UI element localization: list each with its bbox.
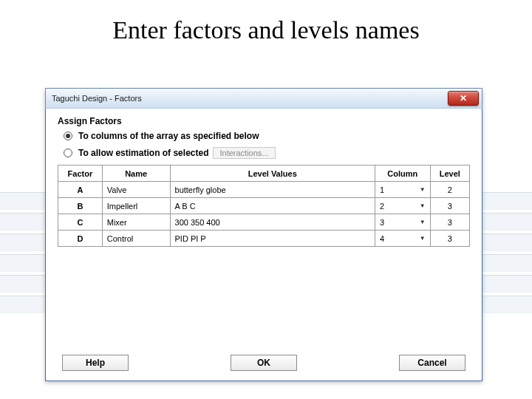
cell-level-values[interactable]: PID PI P bbox=[170, 231, 375, 247]
cell-factor: A bbox=[58, 182, 103, 198]
cell-column-dropdown[interactable]: 4▼ bbox=[375, 231, 430, 247]
cell-level-values[interactable]: A B C bbox=[170, 198, 375, 214]
radio-label: To columns of the array as specified bel… bbox=[78, 131, 259, 141]
cell-level-values[interactable]: 300 350 400 bbox=[170, 214, 375, 231]
header-name: Name bbox=[102, 166, 170, 182]
cell-level: 3 bbox=[430, 214, 469, 231]
assign-factors-label: Assign Factors bbox=[58, 116, 470, 126]
table-row: DControlPID PI P4▼3 bbox=[58, 231, 470, 247]
header-factor: Factor bbox=[58, 166, 103, 182]
dialog-window: Taguchi Design - Factors ✕ Assign Factor… bbox=[45, 89, 482, 381]
radio-icon bbox=[64, 149, 72, 157]
chevron-down-icon: ▼ bbox=[420, 235, 426, 242]
titlebar: Taguchi Design - Factors ✕ bbox=[45, 88, 482, 109]
table-header-row: Factor Name Level Values Column Level bbox=[58, 166, 470, 182]
radio-columns-array[interactable]: To columns of the array as specified bel… bbox=[64, 131, 470, 141]
cell-column-dropdown[interactable]: 2▼ bbox=[375, 198, 430, 214]
header-level: Level bbox=[430, 166, 469, 182]
slide-title: Enter factors and levels names bbox=[0, 0, 532, 44]
radio-label: To allow estimation of selected bbox=[78, 148, 208, 158]
close-button[interactable]: ✕ bbox=[448, 91, 479, 106]
cell-column-dropdown[interactable]: 3▼ bbox=[375, 214, 430, 231]
cell-name[interactable]: Valve bbox=[102, 182, 170, 198]
cancel-button[interactable]: Cancel bbox=[399, 355, 466, 371]
cell-level-values[interactable]: butterfly globe bbox=[170, 182, 375, 198]
chevron-down-icon: ▼ bbox=[420, 219, 426, 225]
table-row: AValvebutterfly globe1▼2 bbox=[58, 182, 470, 198]
cell-name[interactable]: Impellerl bbox=[102, 198, 170, 214]
interactions-button: Interactions... bbox=[213, 147, 275, 159]
help-button[interactable]: Help bbox=[62, 355, 129, 371]
header-column: Column bbox=[375, 166, 430, 182]
window-title: Taguchi Design - Factors bbox=[52, 94, 142, 103]
ok-button[interactable]: OK bbox=[231, 355, 297, 371]
cell-column-dropdown[interactable]: 1▼ bbox=[375, 182, 430, 198]
dialog-client: Assign Factors To columns of the array a… bbox=[46, 109, 482, 380]
cell-level: 3 bbox=[430, 231, 469, 247]
cell-factor: C bbox=[58, 214, 103, 231]
cell-level: 3 bbox=[430, 198, 469, 214]
header-level-values: Level Values bbox=[170, 166, 375, 182]
cell-factor: B bbox=[58, 198, 103, 214]
chevron-down-icon: ▼ bbox=[420, 202, 426, 209]
factors-table: Factor Name Level Values Column Level AV… bbox=[58, 165, 470, 247]
cell-factor: D bbox=[58, 231, 103, 247]
radio-allow-estimation[interactable]: To allow estimation of selected Interact… bbox=[64, 147, 470, 159]
table-row: CMixer300 350 4003▼3 bbox=[58, 214, 470, 231]
cell-name[interactable]: Control bbox=[102, 231, 170, 247]
table-row: BImpellerlA B C2▼3 bbox=[58, 198, 470, 214]
close-icon: ✕ bbox=[460, 93, 467, 103]
cell-level: 2 bbox=[430, 182, 469, 198]
cell-name[interactable]: Mixer bbox=[102, 214, 170, 231]
dialog-button-row: Help OK Cancel bbox=[46, 355, 482, 371]
chevron-down-icon: ▼ bbox=[420, 186, 426, 193]
radio-icon bbox=[64, 132, 72, 140]
